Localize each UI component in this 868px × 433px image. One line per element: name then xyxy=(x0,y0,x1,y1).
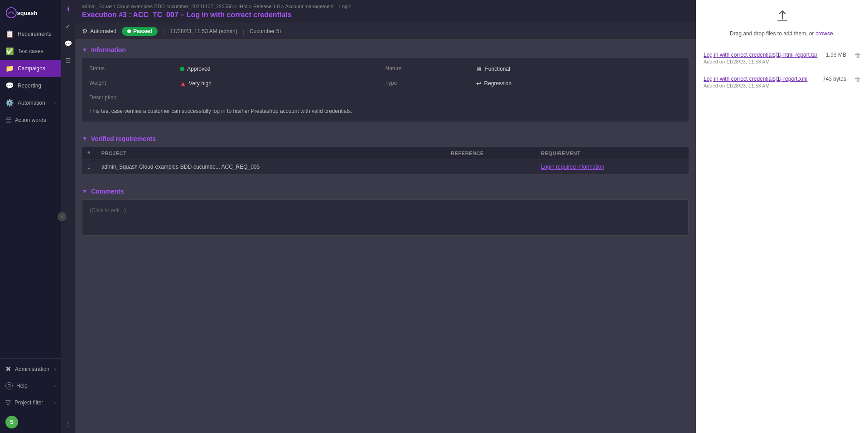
browse-link[interactable]: browse xyxy=(815,30,833,37)
automated-label: Automated xyxy=(90,28,116,34)
file-delete-button[interactable]: 🗑 xyxy=(854,52,861,59)
project-filter-chevron-icon: › xyxy=(54,400,56,405)
comments-section-header[interactable]: ▼ Comments xyxy=(82,181,689,199)
test-cases-icon: ✅ xyxy=(5,47,14,55)
file-item: Log in with correct credentials[1]-html-… xyxy=(704,46,861,70)
file-delete-button[interactable]: 🗑 xyxy=(854,76,861,83)
sidebar-item-project-filter-label: Project filter xyxy=(14,399,43,406)
automation-icon: ⚙️ xyxy=(5,99,14,107)
project-filter-icon: ▽ xyxy=(5,399,11,407)
sidebar-item-action-words-label: Action words xyxy=(15,117,46,123)
execution-toolbar: ⚙ Automated Passed | 11/28/23, 11:53 AM … xyxy=(75,23,696,40)
sidebar-item-project-filter[interactable]: ▽ Project filter › xyxy=(0,394,61,411)
comments-editor[interactable]: (Click to edit...) xyxy=(82,199,689,236)
priority-icon: ▲ xyxy=(180,80,186,87)
help-icon: ? xyxy=(5,382,13,389)
file-size: 743 bytes xyxy=(823,76,846,82)
upload-area[interactable]: Drag and drop files to add them, or brow… xyxy=(696,0,868,46)
status-indicator xyxy=(180,67,184,71)
sidebar: squash 📋 Requirements ✅ Test cases 📁 Cam… xyxy=(0,0,61,433)
sidebar-item-automation-label: Automation xyxy=(18,100,45,106)
passed-status-dot xyxy=(127,29,131,33)
main-content-area: admin_Squash Cloud-examples-BDD-cucumber… xyxy=(75,0,696,433)
sidebar-item-automation[interactable]: ⚙️ Automation › xyxy=(0,94,61,112)
content-scroll-area[interactable]: ▼ Information Status Approved Nature 🖥 F… xyxy=(75,40,696,433)
user-avatar-item[interactable]: S xyxy=(0,411,61,433)
description-label: Description xyxy=(89,92,180,102)
automation-chevron-icon: › xyxy=(54,101,56,106)
sidebar-item-requirements[interactable]: 📋 Requirements xyxy=(0,25,61,43)
sidebar-item-test-cases[interactable]: ✅ Test cases xyxy=(0,43,61,60)
comments-section: ▼ Comments (Click to edit...) xyxy=(75,181,696,243)
col-project: PROJECT xyxy=(96,147,446,160)
file-info: Log in with correct credentials[1]-repor… xyxy=(704,76,818,88)
information-section-header[interactable]: ▼ Information xyxy=(82,40,689,58)
sidebar-item-reporting-label: Reporting xyxy=(18,83,41,89)
file-info: Log in with correct credentials[1]-html-… xyxy=(704,52,821,64)
sidebar-navigation: 📋 Requirements ✅ Test cases 📁 Campaigns … xyxy=(0,25,61,358)
comments-placeholder: (Click to edit...) xyxy=(90,207,126,214)
requirements-icon: 📋 xyxy=(5,30,14,38)
col-requirement: REQUIREMENT xyxy=(535,147,689,160)
requirements-table: # PROJECT REFERENCE REQUIREMENT 1 admin_… xyxy=(82,147,689,174)
verified-requirements-section-header[interactable]: ▼ Verified requirements xyxy=(82,129,689,147)
cell-requirement: Login required information xyxy=(535,160,689,174)
file-name-link[interactable]: Log in with correct credentials[1]-repor… xyxy=(704,76,818,82)
col-reference: REFERENCE xyxy=(445,147,535,160)
file-size: 1.93 MB xyxy=(826,52,846,58)
status-value: Approved xyxy=(180,63,386,74)
cell-project: admin_Squash Cloud-examples-BDD-cucumbe.… xyxy=(96,160,446,174)
reporting-icon: 💬 xyxy=(5,82,14,90)
information-chevron-icon: ▼ xyxy=(82,47,87,53)
comments-chevron-icon: ▼ xyxy=(82,188,87,195)
weight-value-text: Very high xyxy=(189,80,212,87)
sidebar-item-reporting[interactable]: 💬 Reporting xyxy=(0,77,61,94)
mini-toolbar-info-button[interactable]: ℹ xyxy=(63,4,73,15)
information-section: ▼ Information Status Approved Nature 🖥 F… xyxy=(75,40,696,129)
status-value-text: Approved xyxy=(187,66,210,72)
sidebar-item-campaigns-label: Campaigns xyxy=(18,65,45,72)
sidebar-item-campaigns[interactable]: 📁 Campaigns xyxy=(0,60,61,77)
nature-value-text: Functional xyxy=(485,66,510,72)
weight-label: Weight xyxy=(89,78,180,89)
file-list: Log in with correct credentials[1]-html-… xyxy=(696,46,868,433)
nature-value: 🖥 Functional xyxy=(476,63,682,74)
mini-toolbar-check-button[interactable]: ✓ xyxy=(63,21,73,32)
type-value: ↩ Regression xyxy=(476,78,682,89)
mini-toolbar-list-button[interactable]: ☰ xyxy=(63,55,73,66)
sidebar-item-help[interactable]: ? Help › xyxy=(0,378,61,394)
sidebar-item-test-cases-label: Test cases xyxy=(18,48,43,54)
file-added-date: Added on 11/28/23, 11:53 AM xyxy=(704,83,818,88)
automated-badge: ⚙ Automated xyxy=(82,28,116,35)
campaigns-icon: 📁 xyxy=(5,64,14,73)
page-title: Execution #3 : ACC_TC_007 – Log in with … xyxy=(82,11,689,19)
information-section-title: Information xyxy=(91,46,126,54)
right-panel-attachments: Drag and drop files to add them, or brow… xyxy=(696,0,868,433)
status-label: Status xyxy=(89,63,180,74)
upload-instructions: Drag and drop files to add them, or brow… xyxy=(730,30,834,37)
sidebar-collapse-button[interactable]: ‹ xyxy=(58,212,67,221)
framework-label: Cucumber 5+ xyxy=(250,28,282,34)
mini-toolbar-comment-button[interactable]: 💬 xyxy=(63,38,73,49)
table-row: 1 admin_Squash Cloud-examples-BDD-cucumb… xyxy=(82,160,689,174)
administration-icon: ✖ xyxy=(5,365,11,373)
action-words-icon: ☰ xyxy=(5,116,11,124)
cell-num: 1 xyxy=(82,160,96,174)
information-grid: Status Approved Nature 🖥 Functional Weig… xyxy=(82,58,689,122)
sidebar-item-administration[interactable]: ✖ Administration › xyxy=(0,360,61,378)
file-added-date: Added on 11/28/23, 11:53 AM xyxy=(704,59,821,64)
sidebar-item-requirements-label: Requirements xyxy=(18,31,52,37)
type-value-text: Regression xyxy=(484,80,512,87)
mini-toolbar-dots-button[interactable]: ⋮ xyxy=(63,418,73,429)
automated-icon: ⚙ xyxy=(82,28,88,35)
description-value: This test case verifies a customer can s… xyxy=(89,106,681,116)
user-avatar: S xyxy=(5,416,18,428)
execution-datetime: 11/28/23, 11:53 AM (admin) xyxy=(170,28,237,34)
file-name-link[interactable]: Log in with correct credentials[1]-html-… xyxy=(704,52,821,58)
svg-point-0 xyxy=(6,8,16,18)
sidebar-bottom: ✖ Administration › ? Help › ▽ Project fi… xyxy=(0,358,61,433)
requirement-link[interactable]: Login required information xyxy=(541,164,604,170)
sidebar-item-help-label: Help xyxy=(16,383,28,389)
nature-label: Nature xyxy=(386,63,476,74)
sidebar-item-action-words[interactable]: ☰ Action words xyxy=(0,112,61,129)
